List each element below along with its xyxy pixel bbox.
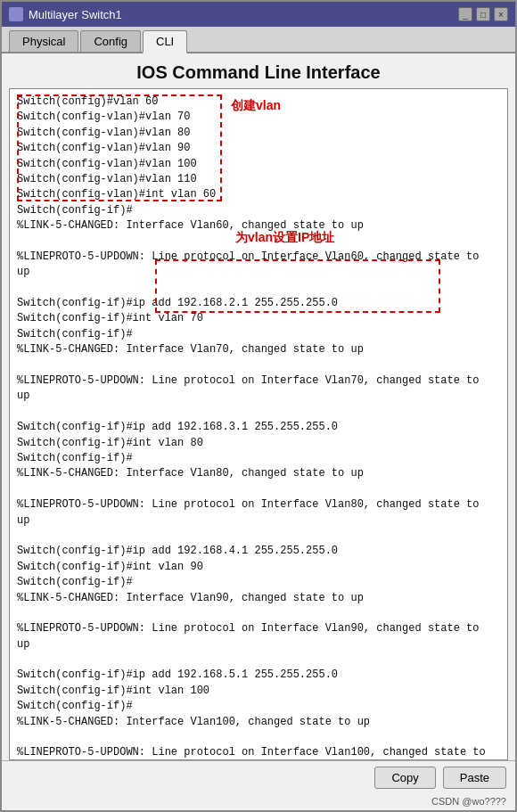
tab-physical[interactable]: Physical [9, 30, 78, 52]
console-area[interactable]: 创建vlan 为vlan设置IP地址 Switch(config)#vlan 6… [9, 88, 508, 760]
tab-cli[interactable]: CLI [143, 30, 187, 53]
minimize-button[interactable]: _ [458, 7, 472, 21]
console-content: 创建vlan 为vlan设置IP地址 Switch(config)#vlan 6… [17, 94, 500, 760]
console-text: Switch(config)#vlan 60 Switch(config-vla… [17, 94, 500, 760]
copy-button[interactable]: Copy [374, 767, 435, 789]
maximize-button[interactable]: □ [476, 7, 490, 21]
tab-bar: Physical Config CLI [2, 27, 515, 53]
page-title: IOS Command Line Interface [2, 53, 515, 88]
close-button[interactable]: × [494, 7, 508, 21]
main-window: Multilayer Switch1 _ □ × Physical Config… [0, 0, 517, 812]
title-bar: Multilayer Switch1 _ □ × [2, 2, 515, 27]
tab-config[interactable]: Config [80, 30, 141, 52]
window-title: Multilayer Switch1 [29, 8, 122, 21]
app-icon [9, 7, 23, 21]
paste-button[interactable]: Paste [443, 767, 506, 789]
title-bar-left: Multilayer Switch1 [9, 7, 122, 21]
bottom-bar: Copy Paste [2, 760, 515, 794]
title-bar-controls: _ □ × [458, 7, 508, 21]
watermark: CSDN @wo???? [2, 794, 515, 810]
